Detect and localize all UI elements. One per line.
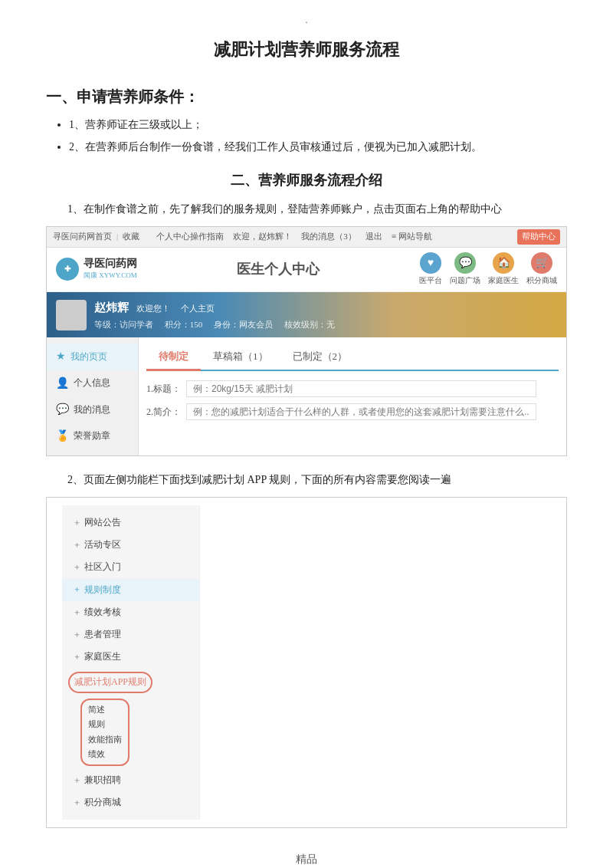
sidebar2-item-performance[interactable]: ＋ 绩效考核 <box>62 601 199 623</box>
form-row-title: 1.标题： <box>146 380 559 397</box>
sidebar-item-honor[interactable]: 🏅 荣誉勋章 <box>47 423 138 449</box>
question-icon: 💬 <box>454 252 476 274</box>
nav-messages[interactable]: 我的消息（3） <box>301 230 356 244</box>
header-icon-family[interactable]: 🏠 家庭医生 <box>488 252 519 287</box>
family-icon: 🏠 <box>493 252 514 274</box>
profile-info: 赵炜辉 欢迎您！ 个人主页 等级：访问学者 积分：150 身份：网友会员 核效级… <box>94 298 557 332</box>
sub-item-2[interactable]: 效能指南 <box>88 733 122 747</box>
avatar <box>56 300 87 330</box>
plus-icon: ＋ <box>73 606 81 620</box>
header-icon-question[interactable]: 💬 问题广场 <box>450 252 480 287</box>
form-label-desc: 2.简介： <box>146 406 181 417</box>
sidebar-item-profile[interactable]: 👤 个人信息 <box>47 370 138 396</box>
logo-icon: ✚ <box>56 258 79 281</box>
sidebar2-item-activity[interactable]: ＋ 活动专区 <box>62 534 199 556</box>
tab-pending[interactable]: 待制定 <box>146 345 201 371</box>
form-input-title[interactable] <box>186 380 536 397</box>
header-icon-medical[interactable]: ♥ 医平台 <box>419 252 442 287</box>
nav-link-home[interactable]: 寻医问药网首页 <box>53 230 112 244</box>
nav-top: 寻医问药网首页 | 收藏 个人中心操作指南 欢迎，赵炜辉！ 我的消息（3） 退出… <box>47 227 566 248</box>
medical-label: 医平台 <box>419 275 442 287</box>
sidebar2: ＋ 网站公告 ＋ 活动专区 ＋ 社区入门 ＋ 规则制度 ＋ 绩效考核 ＋ 患者管… <box>62 505 200 820</box>
sidebar-item-mypage[interactable]: ★ 我的页页 <box>47 344 138 370</box>
tab-done[interactable]: 已制定（2） <box>280 345 360 371</box>
sub-item-1[interactable]: 规则 <box>88 718 122 732</box>
logo: ✚ 寻医问药网 闻康 XYWY.COM <box>56 258 137 281</box>
nav-logout[interactable]: 退出 <box>366 230 382 244</box>
plus-icon: ＋ <box>73 516 81 530</box>
plus-icon: ＋ <box>73 583 81 597</box>
form-row-desc: 2.简介： <box>146 403 559 420</box>
top-dot: · <box>46 15 567 30</box>
form-input-desc[interactable] <box>186 403 536 420</box>
nav-highlight[interactable]: 帮助中心 <box>517 229 560 245</box>
tab-draft[interactable]: 草稿箱（1） <box>201 345 280 371</box>
list-item: 1、营养师证在三级或以上； <box>69 117 567 133</box>
screenshot1: 寻医问药网首页 | 收藏 个人中心操作指南 欢迎，赵炜辉！ 我的消息（3） 退出… <box>46 226 567 456</box>
question-label: 问题广场 <box>450 275 480 287</box>
sidebar2-item-community[interactable]: ＋ 社区入门 <box>62 556 199 578</box>
medical-icon: ♥ <box>420 252 441 274</box>
home-icon: ★ <box>56 348 66 365</box>
profile-banner: 赵炜辉 欢迎您！ 个人主页 等级：访问学者 积分：150 身份：网友会员 核效级… <box>47 292 566 338</box>
nav-link-collect[interactable]: 收藏 <box>123 230 139 244</box>
logo-text-sub: 闻康 XYWY.COM <box>84 270 137 281</box>
plus-icon: ＋ <box>73 561 81 574</box>
section2-heading: 二、营养师服务流程介绍 <box>46 169 567 192</box>
sidebar2-item-rules[interactable]: ＋ 规则制度 <box>62 579 199 601</box>
sidebar2-item-family-doctor[interactable]: ＋ 家庭医生 <box>62 646 199 668</box>
circled-diet-rules-label: 减肥计划APP规则 <box>68 672 152 692</box>
message-icon: 💬 <box>56 401 69 418</box>
section2-para2: 2、页面左侧功能栏下面找到减肥计划 APP 规则，下面的所有内容需要您阅读一遍 <box>46 470 567 489</box>
header-bar: ✚ 寻医问药网 闻康 XYWY.COM 医生个人中心 ♥ 医平台 💬 问题广场 … <box>47 248 566 292</box>
content-area: ★ 我的页页 👤 个人信息 💬 我的消息 🏅 荣誉勋章 待制定 草稿箱（1） <box>47 337 566 455</box>
family-label: 家庭医生 <box>488 275 519 287</box>
list-item: 2、在营养师后台制作一份食谱，经我们工作人员审核通过后，便视为已加入减肥计划。 <box>69 139 567 156</box>
sidebar2-item-recruit[interactable]: ＋ 兼职招聘 <box>62 769 199 791</box>
sub-item-0[interactable]: 简述 <box>88 703 122 717</box>
shop-icon: 🛒 <box>531 252 552 274</box>
profile-details: 等级：访问学者 积分：150 身份：网友会员 核效级别：无 <box>94 318 557 332</box>
plus-icon: ＋ <box>73 774 81 787</box>
sub-items-group: 简述 规则 效能指南 绩效 <box>80 699 129 766</box>
header-icons: ♥ 医平台 💬 问题广场 🏠 家庭医生 🛒 积分商城 <box>419 252 557 287</box>
main-panel: 待制定 草稿箱（1） 已制定（2） 1.标题： 2.简介： <box>139 337 566 455</box>
plus-icon: ＋ <box>73 650 81 664</box>
header-center: 医生个人中心 <box>137 258 419 281</box>
nav-guide: 个人中心操作指南 <box>156 230 224 244</box>
plus-icon: ＋ <box>73 538 81 552</box>
nav-site-nav[interactable]: ≡ 网站导航 <box>392 230 432 244</box>
header-center-title: 医生个人中心 <box>237 258 320 281</box>
section1-heading: 一、申请营养师条件： <box>46 84 567 109</box>
screenshot2: ＋ 网站公告 ＋ 活动专区 ＋ 社区入门 ＋ 规则制度 ＋ 绩效考核 ＋ 患者管… <box>46 497 567 828</box>
tabs-row: 待制定 草稿箱（1） 已制定（2） <box>146 345 559 371</box>
plus-icon: ＋ <box>73 628 81 642</box>
medal-icon: 🏅 <box>56 428 69 445</box>
sub-item-3[interactable]: 绩效 <box>88 748 122 761</box>
form-label-title: 1.标题： <box>146 383 181 394</box>
sidebar2-item-announcement[interactable]: ＋ 网站公告 <box>62 511 199 534</box>
section2-para1: 1、在制作食谱之前，先了解我们的服务规则，登陆营养师账户，点击页面右上角的帮助中… <box>46 199 567 219</box>
sidebar2-item-patients[interactable]: ＋ 患者管理 <box>62 623 199 646</box>
sidebar2-item-diet-rules[interactable]: 减肥计划APP规则 <box>62 668 199 696</box>
sidebar2-item-points[interactable]: ＋ 积分商城 <box>62 791 199 814</box>
nav-greeting: 欢迎，赵炜辉！ <box>233 230 292 244</box>
header-icon-shop[interactable]: 🛒 积分商城 <box>526 252 557 287</box>
profile-name: 赵炜辉 欢迎您！ 个人主页 <box>94 298 557 317</box>
section1-list: 1、营养师证在三级或以上； 2、在营养师后台制作一份食谱，经我们工作人员审核通过… <box>46 117 567 156</box>
logo-text-main: 寻医问药网 <box>84 258 137 271</box>
person-icon: 👤 <box>56 375 69 392</box>
sidebar-item-messages[interactable]: 💬 我的消息 <box>47 396 138 422</box>
main-title: 减肥计划营养师服务流程 <box>46 36 567 63</box>
sidebar: ★ 我的页页 👤 个人信息 💬 我的消息 🏅 荣誉勋章 <box>47 337 139 455</box>
footer: 精品 <box>46 851 567 868</box>
plus-icon: ＋ <box>73 796 81 810</box>
shop-label: 积分商城 <box>526 275 557 287</box>
